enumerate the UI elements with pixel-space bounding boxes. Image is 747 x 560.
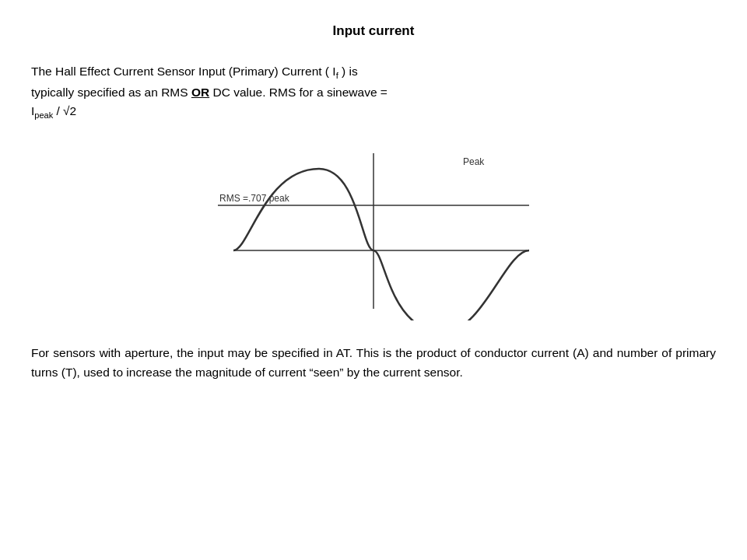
- diagram-container: RMS =.707 peak Peak: [31, 142, 716, 320]
- rms-label: RMS =.707 peak: [219, 193, 290, 204]
- intro-text-part3: typically specified as an RMS: [31, 86, 191, 99]
- waveform-diagram: RMS =.707 peak Peak: [171, 142, 576, 320]
- page: Input current The Hall Effect Current Se…: [0, 0, 747, 560]
- peak-label: Peak: [463, 156, 485, 167]
- intro-text-part4: DC value. RMS for a sinewave =: [209, 86, 388, 99]
- formula-sub: peak: [34, 111, 53, 121]
- intro-text-part1: The Hall Effect Current Sensor Input (Pr…: [31, 65, 336, 78]
- or-text: OR: [191, 86, 209, 99]
- intro-text-part2: ) is: [338, 65, 358, 78]
- formula-suffix: / √2: [53, 104, 76, 117]
- footer-paragraph: For sensors with aperture, the input may…: [31, 344, 716, 383]
- intro-paragraph: The Hall Effect Current Sensor Input (Pr…: [31, 62, 716, 123]
- page-title: Input current: [31, 23, 716, 39]
- formula: Ipeak / √2: [31, 104, 76, 117]
